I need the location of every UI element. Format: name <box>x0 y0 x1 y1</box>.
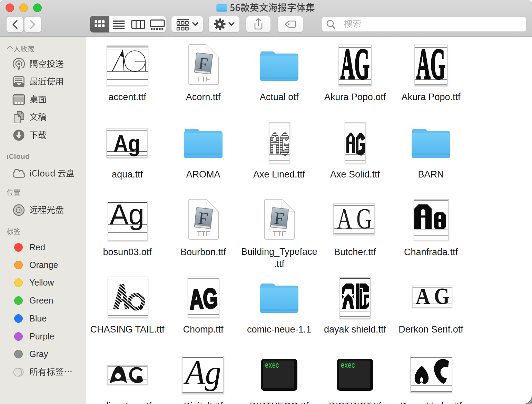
svg-text:exec: exec <box>265 361 279 370</box>
svg-text:TTF: TTF <box>273 230 286 238</box>
svg-text:exec: exec <box>341 361 355 370</box>
svg-text:TTF: TTF <box>197 75 210 83</box>
svg-text:Ag: Ag <box>114 130 140 156</box>
svg-text:F: F <box>198 208 209 229</box>
svg-text:Ag: Ag <box>183 356 221 392</box>
svg-text:TTF: TTF <box>197 230 210 238</box>
svg-text:F: F <box>198 54 209 74</box>
svg-text:A G: A G <box>337 204 372 234</box>
svg-text:Ag: Ag <box>110 201 144 231</box>
svg-text:AG: AG <box>341 45 370 85</box>
svg-text:A G: A G <box>416 286 450 307</box>
svg-text:AG: AG <box>416 45 445 85</box>
svg-text:AG: AG <box>189 283 219 315</box>
svg-text:F: F <box>274 208 285 229</box>
